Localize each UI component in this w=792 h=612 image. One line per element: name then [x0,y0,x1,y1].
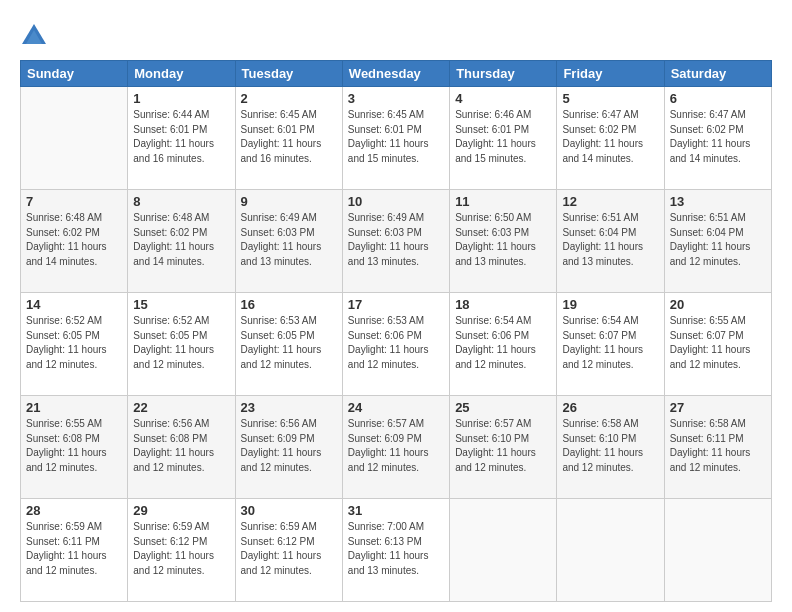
calendar-table: SundayMondayTuesdayWednesdayThursdayFrid… [20,60,772,602]
calendar-cell: 11Sunrise: 6:50 AM Sunset: 6:03 PM Dayli… [450,190,557,293]
day-number: 16 [241,297,337,312]
day-info: Sunrise: 6:45 AM Sunset: 6:01 PM Dayligh… [348,108,444,166]
calendar-cell: 3Sunrise: 6:45 AM Sunset: 6:01 PM Daylig… [342,87,449,190]
calendar-cell: 25Sunrise: 6:57 AM Sunset: 6:10 PM Dayli… [450,396,557,499]
calendar-cell: 9Sunrise: 6:49 AM Sunset: 6:03 PM Daylig… [235,190,342,293]
day-number: 17 [348,297,444,312]
day-info: Sunrise: 6:53 AM Sunset: 6:06 PM Dayligh… [348,314,444,372]
calendar-cell: 27Sunrise: 6:58 AM Sunset: 6:11 PM Dayli… [664,396,771,499]
calendar-cell: 1Sunrise: 6:44 AM Sunset: 6:01 PM Daylig… [128,87,235,190]
day-number: 23 [241,400,337,415]
day-info: Sunrise: 6:56 AM Sunset: 6:08 PM Dayligh… [133,417,229,475]
day-info: Sunrise: 6:44 AM Sunset: 6:01 PM Dayligh… [133,108,229,166]
day-number: 4 [455,91,551,106]
day-info: Sunrise: 6:58 AM Sunset: 6:11 PM Dayligh… [670,417,766,475]
calendar-cell: 29Sunrise: 6:59 AM Sunset: 6:12 PM Dayli… [128,499,235,602]
calendar-cell: 8Sunrise: 6:48 AM Sunset: 6:02 PM Daylig… [128,190,235,293]
day-number: 19 [562,297,658,312]
day-info: Sunrise: 6:58 AM Sunset: 6:10 PM Dayligh… [562,417,658,475]
day-number: 29 [133,503,229,518]
day-number: 12 [562,194,658,209]
day-number: 5 [562,91,658,106]
weekday-header-friday: Friday [557,61,664,87]
calendar-cell: 30Sunrise: 6:59 AM Sunset: 6:12 PM Dayli… [235,499,342,602]
day-number: 30 [241,503,337,518]
calendar-cell: 23Sunrise: 6:56 AM Sunset: 6:09 PM Dayli… [235,396,342,499]
day-info: Sunrise: 6:50 AM Sunset: 6:03 PM Dayligh… [455,211,551,269]
calendar-cell: 6Sunrise: 6:47 AM Sunset: 6:02 PM Daylig… [664,87,771,190]
day-number: 2 [241,91,337,106]
calendar-week-row: 28Sunrise: 6:59 AM Sunset: 6:11 PM Dayli… [21,499,772,602]
calendar-cell [450,499,557,602]
day-number: 18 [455,297,551,312]
calendar-cell: 24Sunrise: 6:57 AM Sunset: 6:09 PM Dayli… [342,396,449,499]
day-info: Sunrise: 6:53 AM Sunset: 6:05 PM Dayligh… [241,314,337,372]
day-info: Sunrise: 6:48 AM Sunset: 6:02 PM Dayligh… [26,211,122,269]
page: SundayMondayTuesdayWednesdayThursdayFrid… [0,0,792,612]
day-info: Sunrise: 6:54 AM Sunset: 6:06 PM Dayligh… [455,314,551,372]
day-number: 11 [455,194,551,209]
day-number: 8 [133,194,229,209]
weekday-header-saturday: Saturday [664,61,771,87]
day-info: Sunrise: 6:48 AM Sunset: 6:02 PM Dayligh… [133,211,229,269]
day-number: 13 [670,194,766,209]
calendar-cell [557,499,664,602]
weekday-header-tuesday: Tuesday [235,61,342,87]
calendar-cell: 18Sunrise: 6:54 AM Sunset: 6:06 PM Dayli… [450,293,557,396]
day-info: Sunrise: 6:55 AM Sunset: 6:07 PM Dayligh… [670,314,766,372]
day-info: Sunrise: 6:46 AM Sunset: 6:01 PM Dayligh… [455,108,551,166]
weekday-header-wednesday: Wednesday [342,61,449,87]
day-info: Sunrise: 6:59 AM Sunset: 6:12 PM Dayligh… [133,520,229,578]
day-number: 26 [562,400,658,415]
calendar-week-row: 21Sunrise: 6:55 AM Sunset: 6:08 PM Dayli… [21,396,772,499]
day-info: Sunrise: 6:59 AM Sunset: 6:11 PM Dayligh… [26,520,122,578]
day-number: 6 [670,91,766,106]
calendar-cell: 15Sunrise: 6:52 AM Sunset: 6:05 PM Dayli… [128,293,235,396]
calendar-cell: 5Sunrise: 6:47 AM Sunset: 6:02 PM Daylig… [557,87,664,190]
day-info: Sunrise: 6:49 AM Sunset: 6:03 PM Dayligh… [348,211,444,269]
weekday-header-thursday: Thursday [450,61,557,87]
day-number: 7 [26,194,122,209]
day-number: 27 [670,400,766,415]
day-info: Sunrise: 6:56 AM Sunset: 6:09 PM Dayligh… [241,417,337,475]
calendar-cell: 2Sunrise: 6:45 AM Sunset: 6:01 PM Daylig… [235,87,342,190]
calendar-cell: 31Sunrise: 7:00 AM Sunset: 6:13 PM Dayli… [342,499,449,602]
day-number: 14 [26,297,122,312]
calendar-cell [21,87,128,190]
day-info: Sunrise: 6:45 AM Sunset: 6:01 PM Dayligh… [241,108,337,166]
day-info: Sunrise: 6:57 AM Sunset: 6:10 PM Dayligh… [455,417,551,475]
calendar-week-row: 14Sunrise: 6:52 AM Sunset: 6:05 PM Dayli… [21,293,772,396]
day-number: 3 [348,91,444,106]
day-number: 20 [670,297,766,312]
calendar-cell: 16Sunrise: 6:53 AM Sunset: 6:05 PM Dayli… [235,293,342,396]
day-info: Sunrise: 6:55 AM Sunset: 6:08 PM Dayligh… [26,417,122,475]
day-number: 9 [241,194,337,209]
day-info: Sunrise: 6:47 AM Sunset: 6:02 PM Dayligh… [670,108,766,166]
calendar-cell: 17Sunrise: 6:53 AM Sunset: 6:06 PM Dayli… [342,293,449,396]
calendar-cell: 14Sunrise: 6:52 AM Sunset: 6:05 PM Dayli… [21,293,128,396]
day-number: 15 [133,297,229,312]
day-info: Sunrise: 6:54 AM Sunset: 6:07 PM Dayligh… [562,314,658,372]
weekday-header-row: SundayMondayTuesdayWednesdayThursdayFrid… [21,61,772,87]
calendar-cell: 12Sunrise: 6:51 AM Sunset: 6:04 PM Dayli… [557,190,664,293]
day-number: 25 [455,400,551,415]
day-number: 22 [133,400,229,415]
calendar-week-row: 1Sunrise: 6:44 AM Sunset: 6:01 PM Daylig… [21,87,772,190]
day-info: Sunrise: 7:00 AM Sunset: 6:13 PM Dayligh… [348,520,444,578]
day-info: Sunrise: 6:57 AM Sunset: 6:09 PM Dayligh… [348,417,444,475]
day-number: 1 [133,91,229,106]
calendar-cell: 4Sunrise: 6:46 AM Sunset: 6:01 PM Daylig… [450,87,557,190]
day-info: Sunrise: 6:59 AM Sunset: 6:12 PM Dayligh… [241,520,337,578]
calendar-cell [664,499,771,602]
calendar-cell: 10Sunrise: 6:49 AM Sunset: 6:03 PM Dayli… [342,190,449,293]
calendar-cell: 22Sunrise: 6:56 AM Sunset: 6:08 PM Dayli… [128,396,235,499]
header [20,18,772,50]
day-info: Sunrise: 6:52 AM Sunset: 6:05 PM Dayligh… [133,314,229,372]
calendar-cell: 20Sunrise: 6:55 AM Sunset: 6:07 PM Dayli… [664,293,771,396]
day-info: Sunrise: 6:51 AM Sunset: 6:04 PM Dayligh… [670,211,766,269]
calendar-cell: 7Sunrise: 6:48 AM Sunset: 6:02 PM Daylig… [21,190,128,293]
calendar-cell: 28Sunrise: 6:59 AM Sunset: 6:11 PM Dayli… [21,499,128,602]
day-info: Sunrise: 6:47 AM Sunset: 6:02 PM Dayligh… [562,108,658,166]
weekday-header-monday: Monday [128,61,235,87]
weekday-header-sunday: Sunday [21,61,128,87]
